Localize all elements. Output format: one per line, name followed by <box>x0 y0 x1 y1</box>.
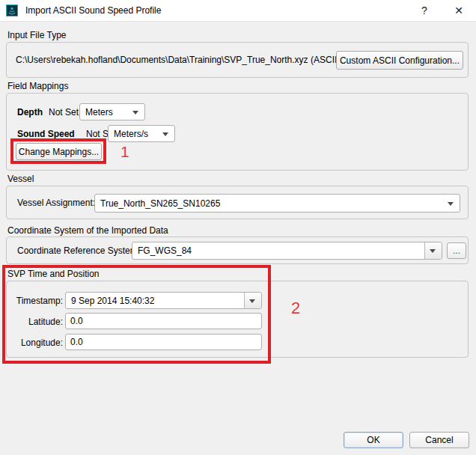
sonar-app-icon <box>6 4 18 16</box>
crs-value: FG_WGS_84 <box>138 245 192 256</box>
input-file-type-section-label: Input File Type <box>7 30 67 40</box>
latitude-label: Latitude: <box>10 317 63 327</box>
chevron-down-icon <box>162 132 168 136</box>
sound-speed-unit-value: Meters/s <box>114 129 148 139</box>
crs-dropdown-button[interactable] <box>424 242 442 259</box>
ok-button[interactable]: OK <box>344 432 403 448</box>
input-file-type-groupbox: C:\Users\rebekah.hofland\Documents\Data\… <box>6 42 469 78</box>
timestamp-label: Timestamp: <box>10 296 63 306</box>
sound-speed-unit-dropdown[interactable]: Meters/s <box>108 125 175 142</box>
vessel-assignment-label: Vessel Assignment: <box>17 198 95 208</box>
cancel-button[interactable]: Cancel <box>409 432 469 448</box>
change-mappings-button[interactable]: Change Mappings... <box>16 143 102 160</box>
custom-ascii-configuration-button[interactable]: Custom ASCII Configuration... <box>336 51 463 70</box>
depth-status: Not Set <box>49 107 79 117</box>
title-bar: Import ASCII Sound Speed Profile ? ✕ <box>0 0 476 22</box>
svp-time-position-section-label: SVP Time and Position <box>7 269 100 279</box>
svp-time-position-groupbox: Timestamp: 9 Sep 2014 15:40:32 Latitude:… <box>6 281 469 358</box>
crs-combobox[interactable]: FG_WGS_84 <box>132 242 442 260</box>
depth-unit-value: Meters <box>85 107 113 117</box>
timestamp-value: 9 Sep 2014 15:40:32 <box>71 296 154 306</box>
help-button[interactable]: ? <box>417 3 432 18</box>
vessel-groupbox: Vessel Assignment: True_North_SN265_SN10… <box>6 186 469 219</box>
depth-label: Depth <box>17 107 43 117</box>
chevron-down-icon <box>249 299 255 303</box>
longitude-field[interactable] <box>65 334 262 350</box>
vessel-assignment-value: True_North_SN265_SN10265 <box>100 198 220 209</box>
crs-browse-button[interactable]: ... <box>447 242 466 259</box>
vessel-assignment-dropdown[interactable]: True_North_SN265_SN10265 <box>94 194 460 213</box>
chevron-down-icon <box>132 111 138 114</box>
latitude-field[interactable] <box>65 313 262 329</box>
import-ascii-sound-speed-dialog: Import ASCII Sound Speed Profile ? ✕ Inp… <box>0 0 476 455</box>
close-icon[interactable]: ✕ <box>451 3 466 18</box>
longitude-label: Longitude: <box>10 338 63 348</box>
coordinate-system-groupbox: Coordinate Reference System: FG_WGS_84 .… <box>6 236 469 264</box>
chevron-down-icon <box>430 249 436 253</box>
window-title: Import ASCII Sound Speed Profile <box>25 5 161 16</box>
timestamp-combobox[interactable]: 9 Sep 2014 15:40:32 <box>65 292 262 309</box>
annotation-marker-1: 1 <box>120 143 129 161</box>
crs-label: Coordinate Reference System: <box>17 245 140 256</box>
depth-unit-dropdown[interactable]: Meters <box>79 103 145 120</box>
annotation-marker-2: 2 <box>291 299 300 318</box>
field-mappings-groupbox: Depth Not Set Meters Sound Speed Not Set… <box>6 93 469 171</box>
sound-speed-label: Sound Speed <box>17 129 75 139</box>
chevron-down-icon <box>448 202 454 206</box>
coordinate-system-section-label: Coordinate System of the Imported Data <box>7 225 168 236</box>
field-mappings-section-label: Field Mappings <box>7 81 68 91</box>
timestamp-dropdown-button[interactable] <box>244 293 261 308</box>
input-file-path: C:\Users\rebekah.hofland\Documents\Data\… <box>16 55 360 65</box>
vessel-section-label: Vessel <box>7 174 34 184</box>
